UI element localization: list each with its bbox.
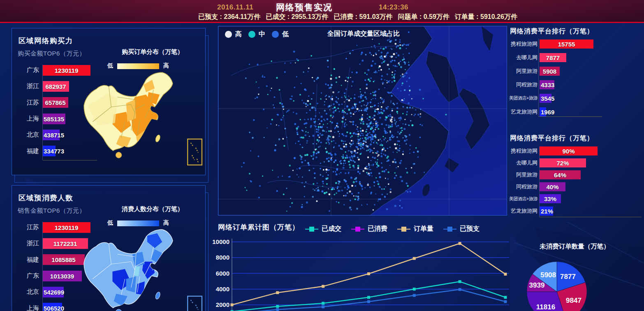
trend-legend-item[interactable]: 已成交 — [305, 225, 341, 233]
panel-regional-consumers: 区域预消费人数 销售金额TOP6（万元） 江苏1230119浙江1172231福… — [12, 185, 206, 311]
bar-value: 5908 — [540, 67, 560, 74]
bar-category-label: 广东 — [16, 272, 42, 280]
gradient-bar-blue — [117, 220, 159, 226]
y-axis-label: 4000 — [216, 285, 229, 292]
bar-row: 去哪儿网7877 — [509, 51, 643, 64]
scatter-map — [218, 26, 507, 215]
bar-baseline — [538, 116, 602, 117]
bar-axis-line — [539, 146, 540, 217]
legend-label: 低 — [282, 30, 289, 39]
header-time: 14:23:36 — [379, 3, 408, 12]
legend-label: 高 — [235, 30, 242, 39]
china-map-consumers — [80, 226, 204, 311]
panel-title: 区域预消费人数 — [19, 193, 73, 203]
bar-chart-platform-pct: 携程旅游网90%去哪儿网72%阿里旅游64%同程旅游40%美团酒店+旅游33%艺… — [509, 145, 643, 217]
map-legend-item[interactable]: 低 — [272, 30, 289, 39]
bar-category-label: 同程旅游 — [509, 81, 540, 88]
trend-chart-title: 网络订单累计图（万笔） — [218, 223, 299, 232]
bar-category-label: 去哪儿网 — [509, 159, 540, 167]
trend-legend: 已成交已消费订单量已预支 — [305, 225, 480, 233]
pie-slice-value: 9847 — [566, 297, 581, 304]
bar-row: 阿里旅游64% — [509, 169, 643, 181]
header-bar: 2016.11.11 网络预售实况 14:23:36 已预支 : 2364.11… — [0, 0, 644, 23]
bar-category-label: 阿里旅游 — [509, 171, 540, 179]
china-map-orders — [80, 69, 204, 167]
map-title: 全国订单成交量区域占比 — [308, 30, 419, 38]
bar-value: 506520 — [44, 305, 64, 311]
bar-row: 同程旅游4333 — [509, 78, 643, 91]
y-axis-label: 10000 — [212, 238, 229, 245]
legend-marker-icon — [351, 229, 364, 230]
bar-category-label: 携程旅游网 — [509, 40, 540, 48]
bar-category-label: 去哪儿网 — [509, 54, 540, 61]
gradient-bar-yellow — [117, 63, 159, 69]
bar-value: 21% — [541, 207, 553, 214]
bar-category-label: 浙江 — [16, 239, 42, 247]
bar-axis-line — [538, 39, 539, 116]
bar-value: 33% — [540, 195, 561, 202]
legend-label: 已成交 — [322, 225, 341, 233]
panel-subtitle: 销售金额TOP6（万元） — [18, 207, 86, 215]
bar-value: 1085885 — [42, 256, 85, 263]
bar-value: 1969 — [541, 108, 554, 115]
legend-marker-icon — [443, 229, 456, 230]
bar-category-label: 美团酒店+旅游 — [509, 95, 540, 101]
platform-pct-title: 网络消费平台排行（万笔） — [510, 134, 594, 143]
bar-category-label: 同程旅游 — [509, 183, 540, 190]
y-axis-label: 2000 — [216, 301, 229, 308]
bar-value: 90% — [540, 147, 598, 154]
bar-category-label: 上海 — [16, 304, 42, 311]
legend-label: 中 — [259, 30, 265, 39]
unconsumed-pie-chart: 787798471181639395908 — [522, 257, 592, 311]
bar-row: 艺龙旅游网21% — [509, 205, 643, 217]
trend-legend-item[interactable]: 已消费 — [351, 225, 387, 233]
bar-category-label: 美团酒店+旅游 — [509, 196, 540, 202]
bar-value: 3545 — [541, 95, 554, 102]
pie-slice-value: 5908 — [540, 271, 556, 279]
header-stat: 已消费 : 591.03万件 — [334, 13, 392, 21]
bar-value: 4333 — [541, 81, 554, 88]
bar-category-label: 北京 — [16, 131, 42, 139]
bar-category-label: 江苏 — [16, 99, 42, 107]
bar-row: 同程旅游40% — [509, 181, 643, 193]
platform-rank-title: 网络消费平台排行（万笔） — [510, 27, 594, 36]
legend-marker-icon — [397, 229, 410, 230]
pie-chart-title: 未消费订单数量（万笔） — [526, 242, 623, 251]
header-stat: 已成交 : 2955.13万件 — [266, 13, 328, 21]
bar-row: 携程旅游网90% — [509, 145, 643, 157]
bar-category-label: 北京 — [16, 288, 42, 296]
bar-category-label: 阿里旅游 — [509, 67, 540, 75]
bar-baseline — [539, 217, 642, 217]
bar-category-label: 艺龙旅游网 — [509, 207, 540, 215]
trend-legend-item[interactable]: 订单量 — [397, 225, 433, 233]
bar-category-label: 福建 — [16, 147, 42, 155]
header-stats-row: 已预支 : 2364.11万件已成交 : 2955.13万件已消费 : 591.… — [156, 13, 559, 21]
y-axis-label: 6000 — [216, 270, 229, 277]
map-legend-title: 消费人数分布（万笔） — [103, 205, 202, 213]
bar-axis-line — [42, 222, 43, 311]
trend-legend-item[interactable]: 已预支 — [443, 225, 480, 233]
header-date: 2016.11.11 — [217, 3, 253, 12]
bar-category-label: 广东 — [16, 66, 42, 74]
bar-chart-platform-rank: 携程旅游网15755去哪儿网7877阿里旅游5908同程旅游4333美团酒店+旅… — [509, 37, 643, 118]
map-legend-item[interactable]: 中 — [248, 30, 265, 39]
bar-category-label: 携程旅游网 — [509, 147, 540, 155]
map-legend-item[interactable]: 高 — [225, 30, 242, 39]
page-title: 网络预售实况 — [263, 2, 345, 13]
legend-label: 订单量 — [414, 225, 433, 233]
bar-value: 40% — [540, 183, 565, 190]
bar-value: 334773 — [44, 148, 64, 155]
bar-value: 15755 — [540, 40, 593, 47]
bar-value: 7877 — [540, 54, 566, 61]
south-china-sea-inset — [188, 296, 202, 311]
bar-value: 585135 — [44, 115, 64, 122]
legend-marker-icon — [305, 229, 318, 230]
header-stat: 已预支 : 2364.11万件 — [198, 13, 260, 21]
pie-slice-value: 7877 — [560, 273, 576, 281]
pie-slice-value: 3939 — [529, 281, 545, 289]
bar-value: 682937 — [42, 83, 69, 90]
panel-national-order-map: 高中低 全国订单成交量区域占比 — [218, 26, 507, 216]
bar-category-label: 浙江 — [16, 82, 42, 90]
header-stat: 问题单 : 0.59万件 — [398, 13, 449, 21]
bar-value: 542699 — [44, 288, 64, 295]
